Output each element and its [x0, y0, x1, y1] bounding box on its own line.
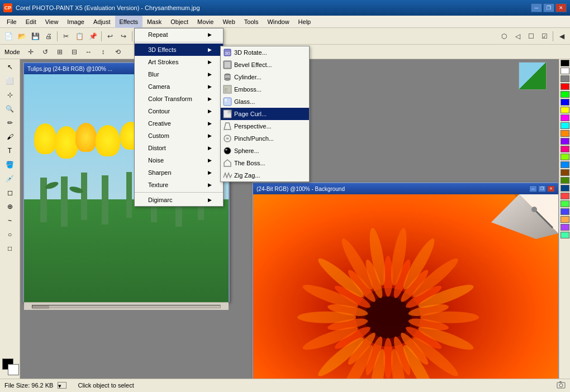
submenu-item-glass[interactable]: Glass... — [221, 95, 309, 108]
menu-item-custom[interactable]: Custom ▶ — [135, 130, 223, 142]
color-gray[interactable] — [560, 75, 569, 82]
submenu-item-emboss[interactable]: E Emboss... — [221, 83, 309, 95]
tool-fill[interactable]: 🪣 — [2, 158, 18, 171]
mode-tool-3[interactable]: ⊞ — [54, 46, 66, 58]
menu-item-texture[interactable]: Texture ▶ — [135, 179, 223, 191]
mode-tool-2[interactable]: ↺ — [39, 46, 51, 58]
menu-item-digimarc[interactable]: Digimarc ▶ — [135, 194, 223, 206]
submenu-item-3d-rotate[interactable]: 3D 3D Rotate... — [221, 46, 309, 59]
color-cyan[interactable] — [560, 122, 569, 129]
color-navy[interactable] — [560, 185, 569, 192]
color-yellow[interactable] — [560, 107, 569, 113]
color-pink[interactable] — [560, 146, 569, 152]
menu-edit[interactable]: Edit — [21, 16, 41, 28]
color-white[interactable] — [560, 68, 569, 74]
tool-smear[interactable]: ~ — [2, 214, 18, 227]
tool-paint[interactable]: 🖌 — [2, 130, 18, 144]
color-mint[interactable] — [560, 232, 569, 238]
toolbar-r2[interactable]: ◁ — [511, 30, 524, 42]
tool-eraser[interactable]: ◻ — [2, 186, 18, 199]
menu-file[interactable]: File — [2, 16, 21, 28]
toolbar-r4[interactable]: ☑ — [538, 30, 550, 42]
color-brown[interactable] — [560, 169, 569, 176]
submenu-item-perspective[interactable]: Perspective... — [221, 120, 309, 132]
menu-item-art-strokes[interactable]: Art Strokes ▶ — [135, 56, 223, 68]
menu-window[interactable]: Window — [263, 16, 293, 28]
open-button[interactable]: 📂 — [16, 30, 28, 42]
menu-item-color-transform[interactable]: Color Transform ▶ — [135, 93, 223, 105]
menu-help[interactable]: Help — [294, 16, 316, 28]
status-dropdown[interactable]: ▾ — [58, 382, 66, 389]
menu-web[interactable]: Web — [218, 16, 239, 28]
color-purple[interactable] — [560, 138, 569, 145]
color-blue[interactable] — [560, 99, 569, 106]
menu-item-blur[interactable]: Blur ▶ — [135, 68, 223, 80]
tool-crop[interactable]: ⊹ — [2, 88, 18, 102]
submenu-item-pinch-punch[interactable]: Pinch/Punch... — [221, 132, 309, 145]
color-lightgreen[interactable] — [560, 200, 569, 207]
chrys-close[interactable]: ✕ — [547, 185, 555, 192]
tool-mask-rect[interactable]: ⬜ — [2, 74, 18, 88]
menu-image[interactable]: Image — [63, 16, 89, 28]
submenu-item-zig-zag[interactable]: Zig Zag... — [221, 169, 309, 181]
tool-freehand[interactable]: ✏ — [2, 116, 18, 130]
chrys-canvas[interactable] — [253, 194, 558, 379]
minimize-button[interactable]: ─ — [531, 3, 542, 12]
color-orange[interactable] — [560, 130, 569, 137]
tulips-hthumb[interactable] — [32, 305, 49, 309]
mode-tool-5[interactable]: ↔ — [83, 46, 95, 58]
color-peach[interactable] — [560, 216, 569, 223]
menu-view[interactable]: View — [41, 16, 63, 28]
background-color[interactable] — [8, 364, 19, 375]
menu-item-noise[interactable]: Noise ▶ — [135, 154, 223, 166]
color-black[interactable] — [560, 60, 569, 66]
color-lightred[interactable] — [560, 193, 569, 199]
redo-button[interactable]: ↪ — [117, 30, 130, 42]
tool-pick[interactable]: ↖ — [2, 60, 18, 74]
menu-tools[interactable]: Tools — [240, 16, 263, 28]
menu-object[interactable]: Object — [166, 16, 193, 28]
tool-dodge[interactable]: ○ — [2, 228, 18, 241]
color-magenta[interactable] — [560, 114, 569, 121]
menu-effects[interactable]: Effects — [115, 16, 142, 28]
close-button[interactable]: ✕ — [555, 3, 567, 12]
paste-button[interactable]: 📌 — [87, 30, 99, 42]
menu-item-3d-effects[interactable]: 3D Effects ▶ — [135, 44, 223, 56]
menu-mask[interactable]: Mask — [142, 16, 166, 28]
chrys-restore[interactable]: ❐ — [538, 185, 546, 192]
mode-tool-7[interactable]: ⟲ — [112, 46, 124, 58]
menu-item-camera[interactable]: Camera ▶ — [135, 80, 223, 93]
save-button[interactable]: 💾 — [29, 30, 41, 42]
submenu-item-sphere[interactable]: Sphere... — [221, 145, 309, 157]
undo-button[interactable]: ↩ — [104, 30, 116, 42]
color-red[interactable] — [560, 83, 569, 90]
menu-item-sharpen[interactable]: Sharpen ▶ — [135, 166, 223, 179]
menu-item-creative[interactable]: Creative ▶ — [135, 117, 223, 130]
tulips-hscroll[interactable] — [24, 302, 229, 310]
toolbar-r3[interactable]: ☐ — [525, 30, 537, 42]
color-lime[interactable] — [560, 154, 569, 160]
color-green[interactable] — [560, 91, 569, 98]
submenu-item-cylinder[interactable]: Cylinder... — [221, 71, 309, 83]
menu-item-contour[interactable]: Contour ▶ — [135, 105, 223, 117]
menu-item-repeat[interactable]: Repeat ▶ — [135, 28, 223, 41]
tool-text[interactable]: T — [2, 144, 18, 157]
toolbar-r1[interactable]: ⬡ — [498, 30, 510, 42]
new-button[interactable]: 📄 — [2, 30, 15, 42]
tulips-htrack[interactable] — [32, 305, 221, 308]
submenu-item-the-boss[interactable]: The Boss... — [221, 157, 309, 169]
menu-movie[interactable]: Movie — [193, 16, 218, 28]
tool-shape[interactable]: □ — [2, 242, 18, 255]
submenu-item-page-curl[interactable]: Page Curl... — [221, 108, 309, 120]
chrys-minimize[interactable]: ─ — [529, 185, 537, 192]
copy-button[interactable]: 📋 — [73, 30, 86, 42]
menu-item-distort[interactable]: Distort ▶ — [135, 142, 223, 154]
color-lightblue[interactable] — [560, 208, 569, 215]
color-olive[interactable] — [560, 177, 569, 184]
color-violet[interactable] — [560, 224, 569, 231]
submenu-item-bevel[interactable]: Bevel Effect... — [221, 59, 309, 71]
tool-clone[interactable]: ⊕ — [2, 200, 18, 213]
cut-button[interactable]: ✂ — [60, 30, 72, 42]
tool-zoom[interactable]: 🔍 — [2, 102, 18, 116]
color-skyblue[interactable] — [560, 161, 569, 168]
